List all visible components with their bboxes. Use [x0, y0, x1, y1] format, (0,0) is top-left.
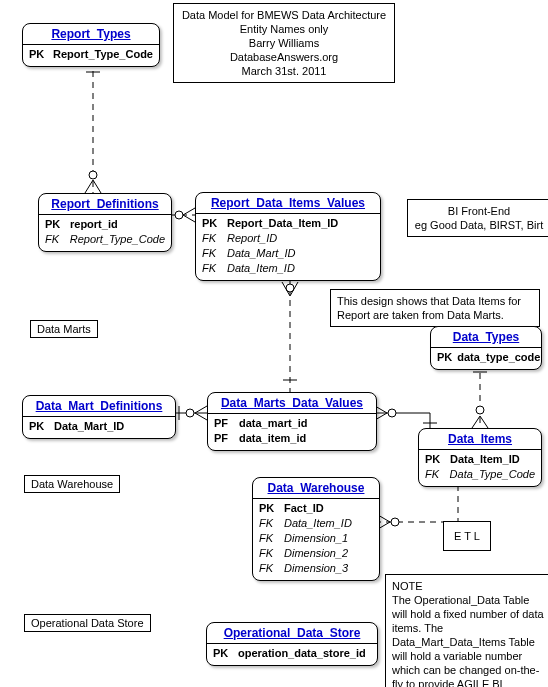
entity-title: Report_Definitions — [39, 194, 171, 215]
svg-line-16 — [195, 406, 207, 413]
fk-name: Report_ID — [227, 231, 277, 246]
pk-name: Report_Data_Item_ID — [227, 216, 338, 231]
label-data-warehouse: Data Warehouse — [24, 475, 120, 493]
pf-label: PF — [214, 431, 234, 446]
entity-title: Data_Types — [431, 327, 541, 348]
pk-label: PK — [29, 419, 49, 434]
svg-line-13 — [290, 282, 298, 296]
fk-name: Dimension_2 — [284, 546, 348, 561]
entity-report-definitions: Report_Definitions PK report_id FK Repor… — [38, 193, 172, 252]
entity-title: Data_Warehouse — [253, 478, 379, 499]
svg-line-6 — [183, 208, 195, 215]
pk-label: PK — [45, 217, 65, 232]
pf-name: data_mart_id — [239, 416, 307, 431]
note-bottom: NOTE The Operational_Data Table will hol… — [385, 574, 548, 687]
svg-line-28 — [480, 416, 488, 428]
fk-label: FK — [259, 561, 279, 576]
entity-title: Report_Data_Items_Values — [196, 193, 380, 214]
svg-point-11 — [286, 284, 294, 292]
pk-name: Report_Type_Code — [53, 47, 153, 62]
entity-data-marts-data-values: Data_Marts_Data_Values PF data_mart_id P… — [207, 392, 377, 451]
pk-name: data_type_code — [457, 350, 540, 365]
design-note-text: This design shows that Data Items for Re… — [337, 295, 521, 321]
note-title: NOTE — [392, 579, 544, 593]
svg-point-8 — [175, 211, 183, 219]
entity-title: Report_Types — [23, 24, 159, 45]
pk-name: operation_data_store_id — [238, 646, 366, 661]
pk-name: Data_Mart_ID — [54, 419, 124, 434]
svg-point-24 — [388, 409, 396, 417]
entity-data-types: Data_Types PK data_type_code — [430, 326, 542, 370]
svg-line-17 — [195, 413, 207, 420]
header-line1: Data Model for BMEWS Data Architecture — [180, 8, 388, 22]
fk-label: FK — [202, 261, 222, 276]
pk-label: PK — [259, 501, 279, 516]
fk-name: Data_Mart_ID — [227, 246, 295, 261]
fk-label: FK — [259, 531, 279, 546]
label-etl: E T L — [443, 521, 491, 551]
pf-label: PF — [214, 416, 234, 431]
note-design: This design shows that Data Items for Re… — [330, 289, 540, 327]
pk-label: PK — [213, 646, 233, 661]
fk-name: Dimension_1 — [284, 531, 348, 546]
svg-point-35 — [391, 518, 399, 526]
svg-line-12 — [282, 282, 290, 296]
note-bi-frontend: BI Front-End eg Good Data, BIRST, Birt — [407, 199, 548, 237]
pk-label: PK — [202, 216, 222, 231]
pk-label: PK — [425, 452, 445, 467]
pf-name: data_item_id — [239, 431, 306, 446]
header-line3: Barry Williams — [180, 36, 388, 50]
svg-line-27 — [472, 416, 480, 428]
entity-report-data-items-values: Report_Data_Items_Values PK Report_Data_… — [195, 192, 381, 281]
svg-point-3 — [89, 171, 97, 179]
svg-point-29 — [476, 406, 484, 414]
svg-point-18 — [186, 409, 194, 417]
entity-operational-data-store: Operational_Data_Store PK operation_data… — [206, 622, 378, 666]
bi-l2: eg Good Data, BIRST, Birt — [414, 218, 544, 232]
entity-title: Data_Marts_Data_Values — [208, 393, 376, 414]
fk-name: Data_Item_ID — [284, 516, 352, 531]
pk-label: PK — [437, 350, 452, 365]
entity-data-items: Data_Items PK Data_Item_ID FK Data_Type_… — [418, 428, 542, 487]
label-data-marts: Data Marts — [30, 320, 98, 338]
fk-label: FK — [202, 246, 222, 261]
fk-name: Dimension_3 — [284, 561, 348, 576]
pk-label: PK — [29, 47, 48, 62]
fk-name: Data_Item_ID — [227, 261, 295, 276]
header-line4: DatabaseAnswers.org — [180, 50, 388, 64]
fk-name: Report_Type_Code — [70, 232, 165, 247]
svg-line-1 — [85, 180, 93, 193]
entity-data-warehouse: Data_Warehouse PK Fact_ID FK Data_Item_I… — [252, 477, 380, 581]
pk-name: Fact_ID — [284, 501, 324, 516]
header-line5: March 31st. 2011 — [180, 64, 388, 78]
fk-label: FK — [259, 546, 279, 561]
bi-l1: BI Front-End — [414, 204, 544, 218]
fk-label: FK — [425, 467, 445, 482]
header-box: Data Model for BMEWS Data Architecture E… — [173, 3, 395, 83]
label-operational-data-store: Operational Data Store — [24, 614, 151, 632]
pk-name: Data_Item_ID — [450, 452, 520, 467]
svg-line-2 — [93, 180, 101, 193]
entity-title: Data_Mart_Definitions — [23, 396, 175, 417]
fk-label: FK — [259, 516, 279, 531]
svg-line-7 — [183, 215, 195, 222]
entity-title: Data_Items — [419, 429, 541, 450]
entity-title: Operational_Data_Store — [207, 623, 377, 644]
entity-data-mart-definitions: Data_Mart_Definitions PK Data_Mart_ID — [22, 395, 176, 439]
entity-report-types: Report_Types PK Report_Type_Code — [22, 23, 160, 67]
pk-name: report_id — [70, 217, 118, 232]
header-line2: Entity Names only — [180, 22, 388, 36]
fk-label: FK — [202, 231, 222, 246]
note-body: The Operational_Data Table will hold a f… — [392, 593, 544, 687]
fk-label: FK — [45, 232, 65, 247]
fk-name: Data_Type_Code — [450, 467, 535, 482]
